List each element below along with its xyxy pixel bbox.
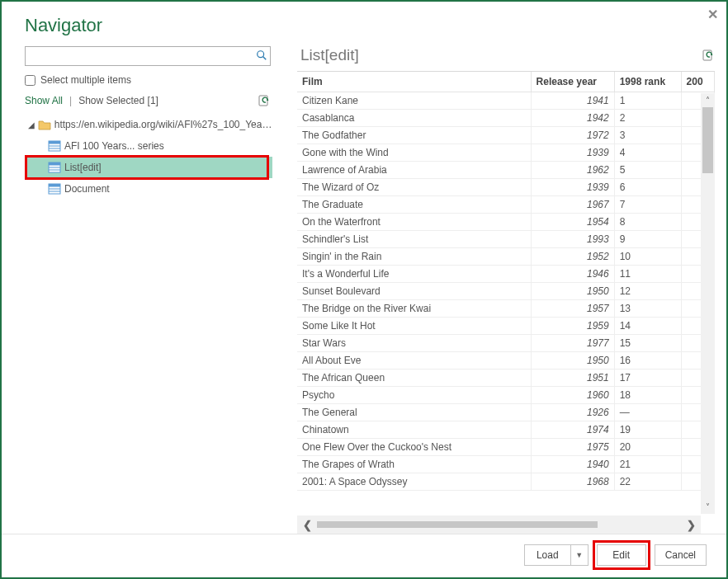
table-row[interactable]: Chinatown197419 bbox=[297, 421, 715, 439]
cell-rank: 3 bbox=[614, 127, 681, 144]
select-multiple-input[interactable] bbox=[25, 75, 35, 86]
table-row[interactable]: Gone with the Wind19394 bbox=[297, 144, 715, 162]
table-row[interactable]: Psycho196018 bbox=[297, 387, 715, 404]
table-row[interactable]: The African Queen195117 bbox=[297, 370, 715, 387]
cell-year: 1975 bbox=[531, 439, 614, 456]
load-button[interactable]: Load bbox=[525, 545, 571, 565]
table-row[interactable]: The Grapes of Wrath194021 bbox=[297, 456, 715, 473]
preview-title: List[edit] bbox=[300, 46, 359, 64]
table-row[interactable]: The General1926— bbox=[297, 404, 715, 421]
table-row[interactable]: Singin' in the Rain195210 bbox=[297, 248, 715, 266]
preview-panel: List[edit] FilmRelease year1998 rank200 … bbox=[297, 46, 715, 534]
column-header[interactable]: Film bbox=[297, 72, 531, 92]
cell-film: Sunset Boulevard bbox=[297, 283, 531, 300]
cell-film: Gone with the Wind bbox=[297, 144, 531, 162]
dialog-footer: Load ▼ Edit Cancel bbox=[2, 534, 726, 577]
table-row[interactable]: 2001: A Space Odyssey196822 bbox=[297, 473, 715, 491]
scroll-right-icon[interactable]: ❯ bbox=[681, 519, 701, 531]
preview-header: List[edit] bbox=[297, 46, 715, 71]
cell-year: 1942 bbox=[531, 110, 614, 127]
cell-film: The Wizard of Oz bbox=[297, 179, 531, 196]
cell-film: The Grapes of Wrath bbox=[297, 456, 531, 473]
expander-icon[interactable]: ◢ bbox=[28, 120, 36, 129]
search-input[interactable] bbox=[25, 46, 271, 66]
cell-year: 1952 bbox=[531, 248, 614, 266]
load-dropdown-caret[interactable]: ▼ bbox=[571, 545, 588, 565]
select-multiple-checkbox[interactable]: Select multiple items bbox=[25, 74, 297, 86]
column-header[interactable]: Release year bbox=[531, 72, 614, 92]
preview-refresh-icon[interactable] bbox=[702, 49, 715, 62]
cell-film: Chinatown bbox=[297, 421, 531, 439]
table-row[interactable]: It's a Wonderful Life194611 bbox=[297, 266, 715, 283]
table-row[interactable]: One Flew Over the Cuckoo's Nest197520 bbox=[297, 439, 715, 456]
svg-point-0 bbox=[258, 51, 264, 58]
cell-year: 1950 bbox=[531, 283, 614, 300]
cancel-button[interactable]: Cancel bbox=[655, 544, 707, 566]
nav-tree: ◢ https://en.wikipedia.org/wiki/AFI%27s_… bbox=[25, 114, 272, 200]
cell-year: 1959 bbox=[531, 318, 614, 335]
cell-year: 1967 bbox=[531, 196, 614, 214]
search-icon[interactable] bbox=[256, 49, 267, 61]
column-header[interactable]: 1998 rank bbox=[614, 72, 681, 92]
left-panel: Select multiple items Show All | Show Se… bbox=[25, 46, 297, 534]
cell-year: 1977 bbox=[531, 335, 614, 352]
table-row[interactable]: Schindler's List19939 bbox=[297, 231, 715, 248]
cell-year: 1939 bbox=[531, 179, 614, 196]
close-icon[interactable]: ✕ bbox=[707, 7, 718, 22]
cell-rank: 14 bbox=[614, 318, 681, 335]
cell-year: 1954 bbox=[531, 214, 614, 231]
cell-rank: 7 bbox=[614, 196, 681, 214]
cell-rank: 13 bbox=[614, 300, 681, 318]
table-row[interactable]: Lawrence of Arabia19625 bbox=[297, 162, 715, 179]
cell-year: 1940 bbox=[531, 456, 614, 473]
cell-film: On the Waterfront bbox=[297, 214, 531, 231]
vertical-scrollbar[interactable]: ˄ ˅ bbox=[701, 93, 715, 514]
table-row[interactable]: All About Eve195016 bbox=[297, 352, 715, 370]
table-row[interactable]: On the Waterfront19548 bbox=[297, 214, 715, 231]
cell-rank: 19 bbox=[614, 421, 681, 439]
show-selected-link[interactable]: Show Selected [1] bbox=[78, 95, 158, 106]
tree-root-label: https://en.wikipedia.org/wiki/AFI%27s_10… bbox=[54, 119, 272, 130]
select-multiple-label: Select multiple items bbox=[40, 74, 131, 86]
table-icon bbox=[48, 183, 61, 195]
load-split-button[interactable]: Load ▼ bbox=[524, 544, 589, 566]
folder-icon bbox=[38, 119, 51, 130]
navigator-dialog: ✕ Navigator Select multiple items Show A… bbox=[0, 0, 728, 579]
column-header[interactable]: 200 bbox=[681, 72, 714, 92]
tree-item[interactable]: List[edit] bbox=[25, 157, 272, 178]
cell-film: Star Wars bbox=[297, 335, 531, 352]
scroll-up-icon[interactable]: ˄ bbox=[701, 93, 715, 107]
table-row[interactable]: The Graduate19677 bbox=[297, 196, 715, 214]
horizontal-scrollbar[interactable]: ❮ ❯ bbox=[297, 515, 701, 534]
cell-rank: 22 bbox=[614, 473, 681, 491]
cell-year: 1950 bbox=[531, 352, 614, 370]
cell-year: 1993 bbox=[531, 231, 614, 248]
show-all-link[interactable]: Show All bbox=[25, 95, 63, 106]
cell-rank: 1 bbox=[614, 92, 681, 110]
scroll-down-icon[interactable]: ˅ bbox=[701, 500, 715, 514]
tree-root[interactable]: ◢ https://en.wikipedia.org/wiki/AFI%27s_… bbox=[25, 114, 272, 135]
refresh-icon[interactable] bbox=[258, 94, 271, 107]
tree-item-label: List[edit] bbox=[64, 162, 102, 173]
table-row[interactable]: The Wizard of Oz19396 bbox=[297, 179, 715, 196]
hscroll-thumb[interactable] bbox=[317, 521, 598, 528]
edit-button[interactable]: Edit bbox=[597, 544, 646, 566]
table-row[interactable]: Some Like It Hot195914 bbox=[297, 318, 715, 335]
tree-item[interactable]: AFI 100 Years... series bbox=[25, 135, 272, 157]
cell-film: One Flew Over the Cuckoo's Nest bbox=[297, 439, 531, 456]
cell-year: 1962 bbox=[531, 162, 614, 179]
table-row[interactable]: The Godfather19723 bbox=[297, 127, 715, 144]
scroll-thumb[interactable] bbox=[702, 107, 713, 173]
tree-item[interactable]: Document bbox=[25, 178, 272, 200]
table-row[interactable]: Citizen Kane19411 bbox=[297, 92, 715, 110]
dialog-body: Select multiple items Show All | Show Se… bbox=[2, 43, 726, 534]
table-row[interactable]: Sunset Boulevard195012 bbox=[297, 283, 715, 300]
cell-film: Psycho bbox=[297, 387, 531, 404]
table-row[interactable]: The Bridge on the River Kwai195713 bbox=[297, 300, 715, 318]
table-row[interactable]: Star Wars197715 bbox=[297, 335, 715, 352]
table-row[interactable]: Casablanca19422 bbox=[297, 110, 715, 127]
scroll-left-icon[interactable]: ❮ bbox=[297, 519, 317, 531]
cell-film: Citizen Kane bbox=[297, 92, 531, 110]
cell-rank: 16 bbox=[614, 352, 681, 370]
svg-rect-12 bbox=[49, 162, 60, 165]
